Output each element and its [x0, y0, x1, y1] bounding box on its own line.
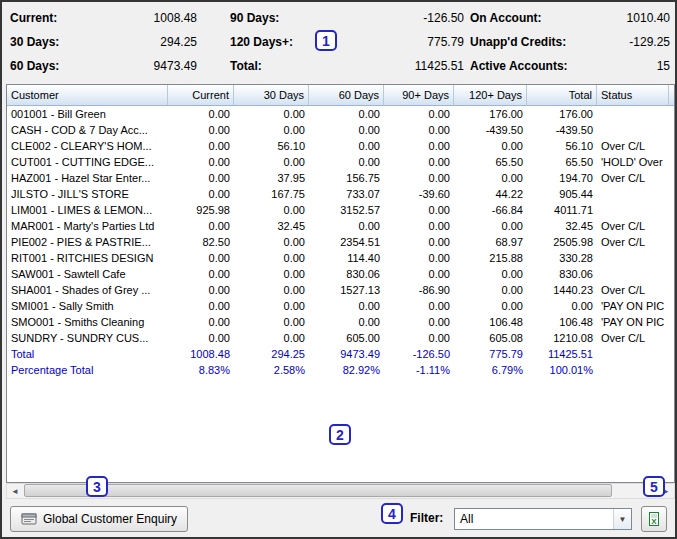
summary-value-60days: 9473.49 — [100, 58, 197, 74]
column-header-status[interactable]: Status — [597, 85, 669, 105]
export-excel-button[interactable]: X — [641, 506, 667, 532]
filter-dropdown[interactable]: All ▼ — [454, 508, 632, 530]
summary-label-total: Total: — [230, 58, 340, 74]
cell-customer: Percentage Total — [7, 362, 168, 378]
cell-current: 0.00 — [168, 218, 234, 234]
cell-d30: 0.00 — [234, 122, 309, 138]
column-header-customer[interactable]: Customer — [7, 85, 168, 105]
table-row[interactable]: CASH - COD & 7 Day Acc...0.000.000.000.0… — [7, 122, 674, 138]
table-row[interactable]: SAW001 - Sawtell Cafe0.000.00830.060.000… — [7, 266, 674, 282]
cell-d30: 0.00 — [234, 250, 309, 266]
table-row[interactable]: JILSTO - JILL'S STORE0.00167.75733.07-39… — [7, 186, 674, 202]
annotation-badge-3: 3 — [86, 476, 108, 497]
cell-d120: 0.00 — [454, 298, 527, 314]
cell-d60: 0.00 — [309, 298, 384, 314]
cell-d60: 114.40 — [309, 250, 384, 266]
table-row[interactable]: CUT001 - CUTTING EDGE...0.000.000.000.00… — [7, 154, 674, 170]
table-row[interactable]: SUNDRY - SUNDRY CUS...0.000.00605.000.00… — [7, 330, 674, 346]
table-row[interactable]: SHA001 - Shades of Grey ...0.000.001527.… — [7, 282, 674, 298]
cell-d90: -126.50 — [384, 346, 454, 362]
cell-d60: 0.00 — [309, 314, 384, 330]
chevron-down-icon[interactable]: ▼ — [613, 509, 631, 529]
cell-d30: 0.00 — [234, 314, 309, 330]
annotation-badge-1: 1 — [315, 30, 337, 51]
table-row[interactable]: HAZ001 - Hazel Star Enter...0.0037.95156… — [7, 170, 674, 186]
cell-customer: CASH - COD & 7 Day Acc... — [7, 122, 168, 138]
summary-label-unappd-credits: Unapp'd Credits: — [470, 34, 588, 50]
cell-d30: 0.00 — [234, 298, 309, 314]
cell-d30: 2.58% — [234, 362, 309, 378]
table-header: CustomerCurrent30 Days60 Days90+ Days120… — [7, 85, 674, 106]
cell-customer: 001001 - Bill Green — [7, 106, 168, 122]
column-header-current[interactable]: Current — [168, 85, 234, 105]
column-header-d60[interactable]: 60 Days — [309, 85, 384, 105]
column-header-d30[interactable]: 30 Days — [234, 85, 309, 105]
column-header-d90[interactable]: 90+ Days — [384, 85, 454, 105]
cell-d120: 0.00 — [454, 170, 527, 186]
cell-d30: 0.00 — [234, 234, 309, 250]
cell-total: 1210.08 — [527, 330, 597, 346]
cell-d120: 0.00 — [454, 138, 527, 154]
cell-d90: 0.00 — [384, 330, 454, 346]
scrollbar-thumb[interactable] — [24, 484, 612, 497]
excel-export-icon: X — [646, 511, 662, 527]
cell-status: Over C/L — [597, 170, 669, 186]
column-header-total[interactable]: Total — [527, 85, 597, 105]
cell-d60: 0.00 — [309, 154, 384, 170]
cell-customer: MAR001 - Marty's Parties Ltd — [7, 218, 168, 234]
global-customer-enquiry-button[interactable]: Global Customer Enquiry — [10, 506, 188, 532]
table-row[interactable]: SMI001 - Sally Smith0.000.000.000.000.00… — [7, 298, 674, 314]
scrollbar-track[interactable] — [23, 484, 658, 498]
cell-status: 'PAY ON PIC — [597, 298, 669, 314]
cell-d120: 65.50 — [454, 154, 527, 170]
cell-d120: -439.50 — [454, 122, 527, 138]
table-total-row[interactable]: Total1008.48294.259473.49-126.50775.7911… — [7, 346, 674, 362]
cell-current: 0.00 — [168, 266, 234, 282]
cell-d90: 0.00 — [384, 106, 454, 122]
enquiry-button-label: Global Customer Enquiry — [43, 512, 177, 526]
cell-current: 1008.48 — [168, 346, 234, 362]
table-row[interactable]: SMO001 - Smiths Cleaning0.000.000.000.00… — [7, 314, 674, 330]
table-row[interactable]: MAR001 - Marty's Parties Ltd0.0032.450.0… — [7, 218, 674, 234]
cell-d90: 0.00 — [384, 314, 454, 330]
cell-d60: 0.00 — [309, 138, 384, 154]
summary-value-total: 11425.51 — [332, 58, 464, 74]
cell-customer: SUNDRY - SUNDRY CUS... — [7, 330, 168, 346]
cell-d90: 0.00 — [384, 218, 454, 234]
cell-current: 8.83% — [168, 362, 234, 378]
cell-status — [597, 250, 669, 266]
cell-customer: HAZ001 - Hazel Star Enter... — [7, 170, 168, 186]
table-body: 001001 - Bill Green0.000.000.000.00176.0… — [7, 106, 674, 378]
cell-d30: 37.95 — [234, 170, 309, 186]
table-row[interactable]: LIM001 - LIMES & LEMON...925.980.003152.… — [7, 202, 674, 218]
scroll-left-icon[interactable]: ◄ — [7, 484, 23, 498]
enquiry-icon — [21, 511, 37, 527]
cell-d90: 0.00 — [384, 250, 454, 266]
cell-d30: 32.45 — [234, 218, 309, 234]
table-row[interactable]: CLE002 - CLEARY'S HOM...0.0056.100.000.0… — [7, 138, 674, 154]
cell-d60: 830.06 — [309, 266, 384, 282]
cell-current: 0.00 — [168, 330, 234, 346]
table-row[interactable]: RIT001 - RITCHIES DESIGN0.000.00114.400.… — [7, 250, 674, 266]
summary-value-current: 1008.48 — [100, 10, 197, 26]
column-header-d120[interactable]: 120+ Days — [454, 85, 527, 105]
table-percentage-row[interactable]: Percentage Total8.83%2.58%82.92%-1.11%6.… — [7, 362, 674, 378]
cell-total: 830.06 — [527, 266, 597, 282]
cell-status: Over C/L — [597, 282, 669, 298]
table-row[interactable]: 001001 - Bill Green0.000.000.000.00176.0… — [7, 106, 674, 122]
table-row[interactable]: PIE002 - PIES & PASTRIE...82.500.002354.… — [7, 234, 674, 250]
cell-total: 56.10 — [527, 138, 597, 154]
cell-total: 32.45 — [527, 218, 597, 234]
cell-d30: 167.75 — [234, 186, 309, 202]
footer-bar: Global Customer Enquiry Filter: All ▼ X — [2, 499, 675, 537]
cell-d90: -39.60 — [384, 186, 454, 202]
cell-current: 0.00 — [168, 250, 234, 266]
summary-value-30days: 294.25 — [100, 34, 197, 50]
cell-d120: 44.22 — [454, 186, 527, 202]
cell-total: 905.44 — [527, 186, 597, 202]
cell-current: 0.00 — [168, 186, 234, 202]
cell-customer: CUT001 - CUTTING EDGE... — [7, 154, 168, 170]
cell-customer: RIT001 - RITCHIES DESIGN — [7, 250, 168, 266]
cell-d30: 0.00 — [234, 154, 309, 170]
annotation-badge-4: 4 — [381, 503, 403, 524]
